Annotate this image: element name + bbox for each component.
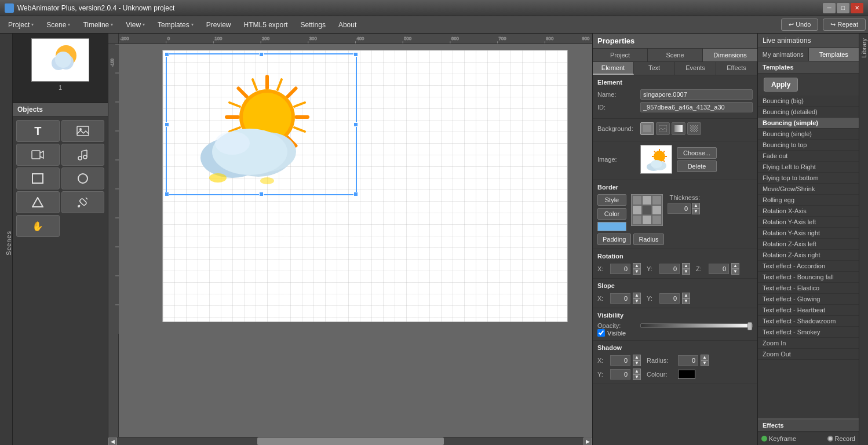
rect-tool[interactable] [16, 167, 60, 189]
text-tool[interactable]: T [16, 120, 60, 142]
menu-templates[interactable]: Templates ▾ [152, 19, 199, 31]
opacity-thumb[interactable] [747, 322, 752, 330]
bg-color-btn[interactable] [640, 122, 654, 135]
border-color-swatch[interactable] [597, 222, 626, 231]
bg-transparent-btn[interactable] [687, 122, 701, 135]
menu-scene[interactable]: Scene ▾ [41, 19, 76, 31]
menu-settings[interactable]: Settings [295, 19, 331, 31]
choose-image-button[interactable]: Choose... [677, 147, 717, 159]
anim-item-23[interactable]: Zoom Out [758, 349, 859, 360]
triangle-tool[interactable] [16, 191, 60, 213]
anim-item-6[interactable]: Flying Left to Right [758, 162, 859, 173]
delete-image-button[interactable]: Delete [677, 161, 717, 172]
anim-item-11[interactable]: Rotation Y-Axis left [758, 217, 859, 228]
tab-project[interactable]: Project [593, 49, 648, 61]
rot-x-down[interactable]: ▼ [633, 269, 641, 275]
border-bot-left[interactable] [633, 216, 641, 224]
anim-item-20[interactable]: Text effect - Shadowzoom [758, 316, 859, 327]
anim-item-13[interactable]: Rotation Z-Axis left [758, 239, 859, 250]
anim-item-8[interactable]: Move/Grow/Shrink [758, 184, 859, 195]
thickness-input[interactable] [668, 203, 691, 214]
border-style-button[interactable]: Style [597, 194, 626, 206]
anim-item-10[interactable]: Rotation X-Axis [758, 206, 859, 217]
shadow-x-input[interactable] [610, 355, 630, 366]
menu-view[interactable]: View ▾ [120, 19, 151, 31]
video-tool[interactable] [16, 144, 60, 166]
eyedropper-tool[interactable] [61, 191, 105, 213]
rot-y-down[interactable]: ▼ [682, 269, 690, 275]
shadow-x-down[interactable]: ▼ [633, 360, 641, 366]
tab-scene[interactable]: Scene [648, 49, 703, 61]
anim-item-18[interactable]: Text effect - Glowing [758, 294, 859, 305]
scroll-right-arrow[interactable]: ▶ [583, 437, 592, 445]
anim-item-2[interactable]: Bouncing (simple) [758, 118, 859, 129]
shadow-y-up[interactable]: ▲ [633, 369, 641, 374]
record-button[interactable]: Record [827, 435, 855, 442]
slope-x-down[interactable]: ▼ [633, 298, 641, 304]
radius-input[interactable] [678, 355, 698, 366]
shadow-y-down[interactable]: ▼ [633, 374, 641, 380]
id-input[interactable] [640, 102, 753, 112]
menu-preview[interactable]: Preview [200, 19, 237, 31]
audio-tool[interactable] [61, 144, 105, 166]
canvas-hscrollbar[interactable]: ◀ ▶ [108, 437, 592, 445]
anim-item-12[interactable]: Rotation Y-Axis right [758, 228, 859, 239]
hscroll-thumb[interactable] [257, 437, 444, 445]
menu-project[interactable]: Project ▾ [2, 19, 39, 31]
anim-item-15[interactable]: Text effect - Accordion [758, 261, 859, 272]
border-mid-left[interactable] [633, 206, 641, 214]
subtab-events[interactable]: Events [675, 62, 716, 75]
rot-z-up[interactable]: ▲ [731, 263, 739, 269]
rot-z-input[interactable] [709, 264, 729, 274]
thickness-down[interactable]: ▼ [692, 209, 700, 214]
subtab-text[interactable]: Text [634, 62, 675, 75]
maximize-button[interactable]: □ [837, 3, 849, 13]
library-tab[interactable]: Library [859, 34, 868, 445]
rot-x-input[interactable] [610, 264, 630, 274]
slope-y-down[interactable]: ▼ [682, 298, 690, 304]
opacity-slider[interactable] [640, 323, 753, 328]
rot-z-down[interactable]: ▼ [731, 269, 739, 275]
visible-checkbox[interactable] [597, 329, 605, 337]
scene-thumbnail[interactable] [31, 38, 89, 82]
radius-down[interactable]: ▼ [701, 360, 709, 366]
rot-x-up[interactable]: ▲ [633, 263, 641, 269]
shadow-x-up[interactable]: ▲ [633, 355, 641, 360]
anim-item-19[interactable]: Text effect - Heartbeat [758, 305, 859, 316]
menu-html5export[interactable]: HTML5 export [238, 19, 293, 31]
anim-item-7[interactable]: Flying top to bottom [758, 173, 859, 184]
anim-item-0[interactable]: Bouncing (big) [758, 96, 859, 107]
apply-button[interactable]: Apply [764, 78, 798, 92]
padding-button[interactable]: Padding [597, 234, 631, 245]
border-top-left[interactable] [633, 196, 641, 205]
keyframe-button[interactable]: Keyframe [761, 435, 796, 442]
bg-gradient-btn[interactable] [672, 122, 685, 135]
anim-item-14[interactable]: Rotation Z-Axis right [758, 250, 859, 261]
anim-item-17[interactable]: Text effect - Elastico [758, 283, 859, 294]
border-top-mid[interactable] [643, 196, 651, 205]
anim-item-5[interactable]: Fade out [758, 151, 859, 162]
radius-up[interactable]: ▲ [701, 355, 709, 360]
thickness-up[interactable]: ▲ [692, 203, 700, 209]
anim-item-3[interactable]: Bouncing (single) [758, 129, 859, 140]
border-bot-right[interactable] [652, 216, 661, 224]
subtab-effects[interactable]: Effects [716, 62, 757, 75]
slope-y-input[interactable] [659, 293, 680, 304]
library-label[interactable]: Library [860, 38, 867, 58]
hscroll-track[interactable] [117, 437, 583, 445]
menu-timeline[interactable]: Timeline ▾ [77, 19, 119, 31]
rot-y-input[interactable] [659, 264, 680, 274]
border-bot-mid[interactable] [643, 216, 651, 224]
anim-item-4[interactable]: Bouncing to top [758, 140, 859, 151]
anim-item-9[interactable]: Rolling egg [758, 195, 859, 206]
anim-tab-my[interactable]: My animations [758, 48, 809, 61]
image-tool[interactable] [61, 120, 105, 142]
anim-tab-templates[interactable]: Templates [809, 48, 859, 61]
slope-x-up[interactable]: ▲ [633, 293, 641, 298]
shadow-colour-swatch[interactable] [678, 370, 695, 379]
circle-tool[interactable] [61, 167, 105, 189]
radius-button[interactable]: Radius [633, 234, 663, 245]
subtab-element[interactable]: Element [593, 62, 634, 75]
shadow-y-input[interactable] [610, 369, 630, 380]
anim-item-21[interactable]: Text effect - Smokey [758, 327, 859, 338]
